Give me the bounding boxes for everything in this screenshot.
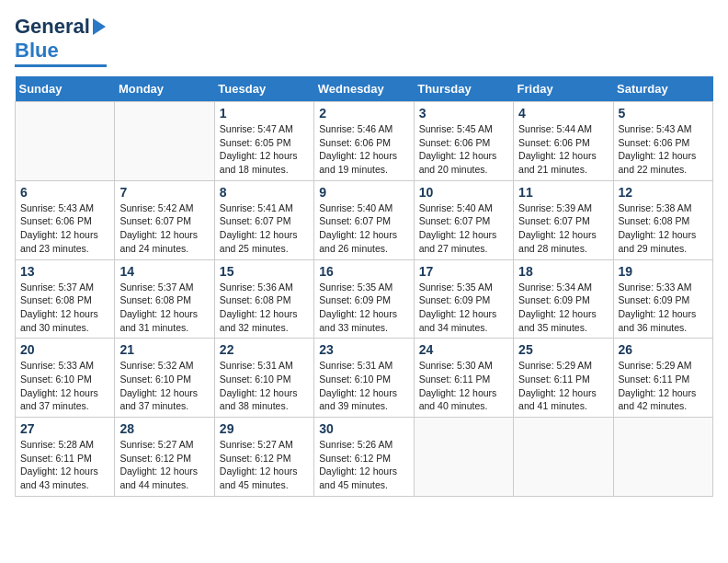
day-info: Sunrise: 5:28 AM Sunset: 6:11 PM Dayligh… bbox=[20, 438, 109, 492]
col-header-friday: Friday bbox=[514, 76, 613, 102]
day-info: Sunrise: 5:43 AM Sunset: 6:06 PM Dayligh… bbox=[20, 201, 109, 256]
col-header-saturday: Saturday bbox=[613, 76, 712, 102]
calendar-cell: 5Sunrise: 5:43 AM Sunset: 6:06 PM Daylig… bbox=[613, 102, 712, 181]
calendar-week-4: 20Sunrise: 5:33 AM Sunset: 6:10 PM Dayli… bbox=[16, 339, 713, 418]
calendar-cell: 27Sunrise: 5:28 AM Sunset: 6:11 PM Dayli… bbox=[16, 418, 115, 497]
calendar-cell: 7Sunrise: 5:42 AM Sunset: 6:07 PM Daylig… bbox=[115, 180, 214, 259]
day-number: 25 bbox=[518, 342, 608, 357]
calendar-cell: 25Sunrise: 5:29 AM Sunset: 6:11 PM Dayli… bbox=[514, 339, 613, 418]
day-info: Sunrise: 5:35 AM Sunset: 6:09 PM Dayligh… bbox=[319, 281, 408, 335]
calendar-cell: 24Sunrise: 5:30 AM Sunset: 6:11 PM Dayli… bbox=[414, 339, 513, 418]
day-info: Sunrise: 5:31 AM Sunset: 6:10 PM Dayligh… bbox=[319, 359, 408, 413]
day-number: 3 bbox=[419, 106, 508, 121]
calendar-cell: 13Sunrise: 5:37 AM Sunset: 6:08 PM Dayli… bbox=[16, 259, 115, 339]
logo-arrow-icon bbox=[93, 18, 106, 35]
calendar-cell: 12Sunrise: 5:38 AM Sunset: 6:08 PM Dayli… bbox=[613, 180, 712, 259]
calendar-cell: 30Sunrise: 5:26 AM Sunset: 6:12 PM Dayli… bbox=[314, 418, 414, 497]
calendar-cell: 29Sunrise: 5:27 AM Sunset: 6:12 PM Dayli… bbox=[214, 418, 313, 497]
calendar-cell: 11Sunrise: 5:39 AM Sunset: 6:07 PM Dayli… bbox=[514, 180, 613, 259]
day-info: Sunrise: 5:36 AM Sunset: 6:08 PM Dayligh… bbox=[220, 281, 309, 335]
calendar-cell: 18Sunrise: 5:34 AM Sunset: 6:09 PM Dayli… bbox=[514, 259, 613, 339]
day-number: 5 bbox=[619, 106, 708, 121]
calendar-cell: 14Sunrise: 5:37 AM Sunset: 6:08 PM Dayli… bbox=[115, 259, 214, 339]
calendar-cell: 4Sunrise: 5:44 AM Sunset: 6:06 PM Daylig… bbox=[514, 102, 613, 181]
calendar-cell: 3Sunrise: 5:45 AM Sunset: 6:06 PM Daylig… bbox=[414, 102, 513, 181]
day-number: 19 bbox=[619, 264, 708, 279]
col-header-wednesday: Wednesday bbox=[314, 76, 414, 102]
logo-underline bbox=[15, 64, 107, 67]
calendar-cell: 22Sunrise: 5:31 AM Sunset: 6:10 PM Dayli… bbox=[214, 339, 313, 418]
day-info: Sunrise: 5:32 AM Sunset: 6:10 PM Dayligh… bbox=[119, 359, 209, 413]
day-number: 4 bbox=[518, 106, 608, 121]
calendar-header-row: SundayMondayTuesdayWednesdayThursdayFrid… bbox=[16, 76, 713, 102]
calendar-cell: 6Sunrise: 5:43 AM Sunset: 6:06 PM Daylig… bbox=[16, 180, 115, 259]
logo-general: General bbox=[15, 15, 90, 39]
day-info: Sunrise: 5:47 AM Sunset: 6:05 PM Dayligh… bbox=[220, 122, 309, 177]
calendar-cell: 9Sunrise: 5:40 AM Sunset: 6:07 PM Daylig… bbox=[314, 180, 414, 259]
logo-blue: Blue bbox=[15, 39, 59, 63]
day-number: 10 bbox=[419, 185, 508, 200]
day-info: Sunrise: 5:30 AM Sunset: 6:11 PM Dayligh… bbox=[419, 359, 508, 413]
day-info: Sunrise: 5:27 AM Sunset: 6:12 PM Dayligh… bbox=[119, 438, 209, 492]
day-info: Sunrise: 5:31 AM Sunset: 6:10 PM Dayligh… bbox=[220, 359, 309, 413]
calendar-week-3: 13Sunrise: 5:37 AM Sunset: 6:08 PM Dayli… bbox=[16, 259, 713, 339]
calendar-cell: 26Sunrise: 5:29 AM Sunset: 6:11 PM Dayli… bbox=[613, 339, 712, 418]
calendar-week-2: 6Sunrise: 5:43 AM Sunset: 6:06 PM Daylig… bbox=[16, 180, 713, 259]
calendar-cell: 17Sunrise: 5:35 AM Sunset: 6:09 PM Dayli… bbox=[414, 259, 513, 339]
day-info: Sunrise: 5:46 AM Sunset: 6:06 PM Dayligh… bbox=[319, 122, 408, 177]
day-info: Sunrise: 5:43 AM Sunset: 6:06 PM Dayligh… bbox=[619, 122, 708, 177]
day-info: Sunrise: 5:40 AM Sunset: 6:07 PM Dayligh… bbox=[419, 201, 508, 256]
calendar-table: SundayMondayTuesdayWednesdayThursdayFrid… bbox=[15, 76, 713, 497]
day-number: 17 bbox=[419, 264, 508, 279]
day-info: Sunrise: 5:38 AM Sunset: 6:08 PM Dayligh… bbox=[619, 201, 708, 256]
day-number: 15 bbox=[220, 264, 309, 279]
calendar-cell bbox=[115, 102, 214, 181]
day-number: 18 bbox=[518, 264, 608, 279]
calendar-cell bbox=[16, 102, 115, 181]
calendar-week-1: 1Sunrise: 5:47 AM Sunset: 6:05 PM Daylig… bbox=[16, 102, 713, 181]
day-number: 20 bbox=[20, 342, 109, 357]
day-number: 22 bbox=[220, 342, 309, 357]
calendar-cell: 23Sunrise: 5:31 AM Sunset: 6:10 PM Dayli… bbox=[314, 339, 414, 418]
calendar-cell: 15Sunrise: 5:36 AM Sunset: 6:08 PM Dayli… bbox=[214, 259, 313, 339]
day-number: 21 bbox=[119, 342, 209, 357]
day-info: Sunrise: 5:37 AM Sunset: 6:08 PM Dayligh… bbox=[20, 281, 109, 335]
day-info: Sunrise: 5:26 AM Sunset: 6:12 PM Dayligh… bbox=[319, 438, 408, 492]
day-info: Sunrise: 5:42 AM Sunset: 6:07 PM Dayligh… bbox=[119, 201, 209, 256]
day-info: Sunrise: 5:29 AM Sunset: 6:11 PM Dayligh… bbox=[518, 359, 608, 413]
day-number: 2 bbox=[319, 106, 408, 121]
day-number: 11 bbox=[518, 185, 608, 200]
day-number: 1 bbox=[220, 106, 309, 121]
day-number: 8 bbox=[220, 185, 309, 200]
calendar-cell: 20Sunrise: 5:33 AM Sunset: 6:10 PM Dayli… bbox=[16, 339, 115, 418]
day-number: 24 bbox=[419, 342, 508, 357]
day-info: Sunrise: 5:33 AM Sunset: 6:09 PM Dayligh… bbox=[619, 281, 708, 335]
col-header-thursday: Thursday bbox=[414, 76, 513, 102]
day-number: 30 bbox=[319, 421, 408, 436]
page-header: General Blue bbox=[15, 15, 713, 67]
day-info: Sunrise: 5:37 AM Sunset: 6:08 PM Dayligh… bbox=[119, 281, 209, 335]
day-info: Sunrise: 5:35 AM Sunset: 6:09 PM Dayligh… bbox=[419, 281, 508, 335]
calendar-cell bbox=[514, 418, 613, 497]
day-number: 29 bbox=[220, 421, 309, 436]
calendar-cell bbox=[613, 418, 712, 497]
day-number: 12 bbox=[619, 185, 708, 200]
day-number: 14 bbox=[119, 264, 209, 279]
day-number: 16 bbox=[319, 264, 408, 279]
calendar-cell: 8Sunrise: 5:41 AM Sunset: 6:07 PM Daylig… bbox=[214, 180, 313, 259]
day-info: Sunrise: 5:45 AM Sunset: 6:06 PM Dayligh… bbox=[419, 122, 508, 177]
day-number: 28 bbox=[119, 421, 209, 436]
day-number: 9 bbox=[319, 185, 408, 200]
calendar-week-5: 27Sunrise: 5:28 AM Sunset: 6:11 PM Dayli… bbox=[16, 418, 713, 497]
day-info: Sunrise: 5:33 AM Sunset: 6:10 PM Dayligh… bbox=[20, 359, 109, 413]
day-info: Sunrise: 5:41 AM Sunset: 6:07 PM Dayligh… bbox=[220, 201, 309, 256]
col-header-tuesday: Tuesday bbox=[214, 76, 313, 102]
day-number: 6 bbox=[20, 185, 109, 200]
calendar-cell: 10Sunrise: 5:40 AM Sunset: 6:07 PM Dayli… bbox=[414, 180, 513, 259]
day-number: 26 bbox=[619, 342, 708, 357]
day-info: Sunrise: 5:29 AM Sunset: 6:11 PM Dayligh… bbox=[619, 359, 708, 413]
calendar-cell: 2Sunrise: 5:46 AM Sunset: 6:06 PM Daylig… bbox=[314, 102, 414, 181]
calendar-cell: 16Sunrise: 5:35 AM Sunset: 6:09 PM Dayli… bbox=[314, 259, 414, 339]
day-info: Sunrise: 5:34 AM Sunset: 6:09 PM Dayligh… bbox=[518, 281, 608, 335]
col-header-sunday: Sunday bbox=[16, 76, 115, 102]
